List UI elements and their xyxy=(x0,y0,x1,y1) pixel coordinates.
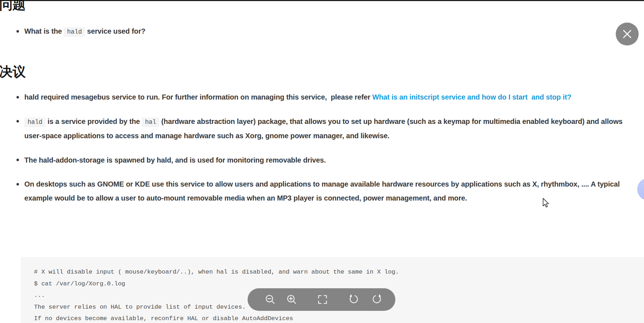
image-viewer-toolbar xyxy=(248,288,395,311)
list-item: The hald-addon-storage is spawned by hal… xyxy=(24,153,624,167)
resolution-heading: 决议 xyxy=(0,64,26,79)
rotate-counterclockwise-icon xyxy=(348,294,360,305)
close-button[interactable] xyxy=(616,23,639,45)
inline-code: hald xyxy=(24,117,45,127)
inline-code: hal xyxy=(142,117,159,127)
text-segment: On desktops such as GNOME or KDE use thi… xyxy=(24,180,622,202)
close-icon xyxy=(616,23,639,45)
zoom-out-icon xyxy=(264,294,276,305)
list-item: What is the hald service used for? xyxy=(24,24,624,39)
text-segment: The hald-addon-storage is spawned by hal… xyxy=(24,156,326,164)
question-heading: 问题 xyxy=(0,0,26,12)
text-segment: is a service provided by the xyxy=(45,117,142,125)
text-segment: What is the xyxy=(24,27,64,35)
list-item: hald is a service provided by the hal (h… xyxy=(24,115,624,143)
zoom-in-button[interactable] xyxy=(285,293,298,306)
fullscreen-button[interactable] xyxy=(316,293,329,306)
rotate-clockwise-button[interactable] xyxy=(370,293,383,306)
top-divider xyxy=(0,0,644,1)
rotate-counterclockwise-button[interactable] xyxy=(347,293,360,306)
solution-page: 问题 What is the hald service used for? 决议… xyxy=(0,0,644,323)
fullscreen-icon xyxy=(317,294,328,305)
text-segment: hald required mesagebus service to run. … xyxy=(24,93,372,101)
text-segment: service used for? xyxy=(85,27,145,35)
inline-code: hald xyxy=(64,27,85,37)
list-item: On desktops such as GNOME or KDE use thi… xyxy=(24,177,624,205)
resolution-list: hald required mesagebus service to run. … xyxy=(0,90,624,215)
doc-link[interactable]: What is an initscript service and how do… xyxy=(372,93,571,101)
question-list: What is the hald service used for? xyxy=(0,24,624,49)
zoom-in-icon xyxy=(286,294,298,305)
zoom-out-button[interactable] xyxy=(264,293,277,306)
list-item: hald required mesagebus service to run. … xyxy=(24,90,624,104)
rotate-clockwise-icon xyxy=(371,294,383,305)
floating-widget-button[interactable] xyxy=(637,178,644,201)
